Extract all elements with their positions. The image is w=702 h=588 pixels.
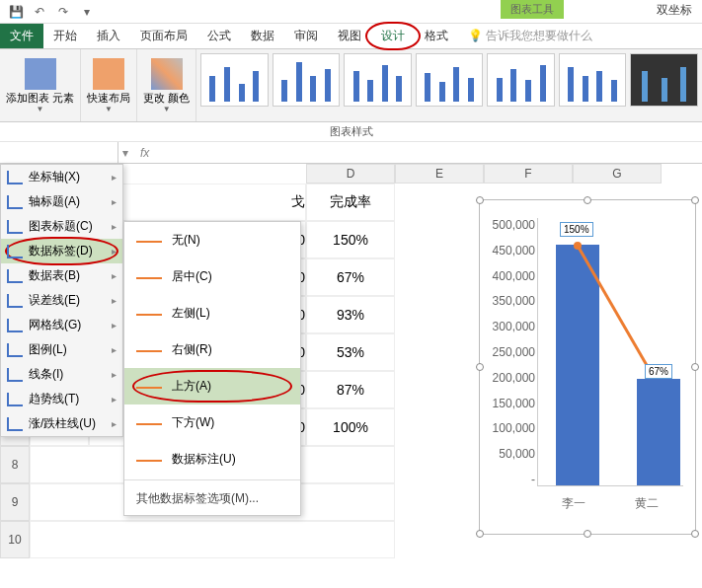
col-header[interactable]: G (573, 164, 662, 184)
add-chart-element-icon (25, 58, 56, 90)
updown-icon (7, 417, 23, 431)
tab-file[interactable]: 文件 (0, 24, 43, 48)
data-label[interactable]: 150% (560, 222, 593, 237)
submenu-more-options[interactable]: 其他数据标签选项(M)... (124, 482, 300, 515)
resize-handle[interactable] (476, 530, 484, 538)
row-header[interactable]: 8 (0, 446, 30, 483)
change-color-label: 更改 颜色 (143, 92, 190, 105)
undo-icon[interactable]: ↶ (28, 2, 51, 22)
col-header[interactable]: F (484, 164, 573, 184)
qat-dropdown-icon[interactable]: ▾ (75, 2, 99, 22)
resize-handle[interactable] (691, 530, 699, 538)
tab-design[interactable]: 设计 (371, 24, 415, 48)
data-table-icon (7, 269, 23, 283)
axis-title-icon (7, 195, 23, 209)
chevron-down-icon: ▼ (37, 105, 44, 113)
tell-me-box[interactable]: 💡 告诉我您想要做什么 (468, 28, 592, 44)
submenu-callout[interactable]: 数据标注(U) (124, 441, 300, 478)
col-header[interactable]: D (306, 164, 395, 184)
resize-handle[interactable] (691, 196, 699, 204)
menu-label: 左侧(L) (172, 305, 210, 322)
submenu-below[interactable]: 下方(W) (124, 404, 300, 441)
redo-icon[interactable]: ↷ (51, 2, 75, 22)
add-chart-element-label: 添加图表 元素 (6, 92, 74, 105)
submenu-left[interactable]: 左侧(L) (124, 295, 300, 331)
tab-insert[interactable]: 插入 (87, 24, 130, 48)
chart-title-icon (7, 220, 23, 234)
tab-format[interactable]: 格式 (415, 24, 458, 48)
cell[interactable]: 87% (306, 371, 395, 408)
resize-handle[interactable] (476, 363, 484, 371)
menu-data-table[interactable]: 数据表(B)▸ (1, 263, 122, 288)
chevron-right-icon: ▸ (112, 320, 117, 331)
menu-lines[interactable]: 线条(I)▸ (1, 362, 122, 387)
menu-axis-title[interactable]: 轴标题(A)▸ (1, 189, 122, 214)
menu-updown-bar[interactable]: 涨/跌柱线(U)▸ (1, 411, 122, 436)
resize-handle[interactable] (476, 196, 484, 204)
embedded-chart[interactable]: 500,000 450,000 400,000 350,000 300,000 … (479, 199, 696, 535)
menu-chart-title[interactable]: 图表标题(C)▸ (1, 214, 122, 239)
tab-home[interactable]: 开始 (43, 24, 87, 48)
menu-trendline[interactable]: 趋势线(T)▸ (1, 387, 122, 411)
above-icon (136, 379, 162, 395)
quick-layout-button[interactable]: 快速布局 ▼ (81, 49, 137, 121)
style-thumb[interactable] (273, 53, 341, 107)
chart-plot-area[interactable]: 500,000 450,000 400,000 350,000 300,000 … (488, 208, 687, 526)
svg-point-1 (574, 242, 582, 250)
add-chart-element-button[interactable]: 添加图表 元素 ▼ (0, 49, 81, 121)
error-bar-icon (7, 294, 23, 308)
fx-icon[interactable]: fx (132, 146, 157, 160)
style-thumb[interactable] (416, 53, 484, 107)
cell[interactable]: 完成率 (306, 184, 395, 221)
cell[interactable]: 67% (306, 258, 395, 296)
row-header[interactable]: 9 (0, 483, 30, 521)
col-header[interactable]: E (395, 164, 484, 184)
style-thumb[interactable] (487, 53, 555, 107)
tab-formula[interactable]: 公式 (197, 24, 241, 48)
tab-data[interactable]: 数据 (241, 24, 284, 48)
tab-review[interactable]: 审阅 (284, 24, 328, 48)
menu-data-label[interactable]: 数据标签(D)▸ (1, 239, 122, 263)
namebox-dropdown-icon[interactable]: ▾ (118, 146, 132, 160)
change-color-button[interactable]: 更改 颜色 ▼ (137, 49, 196, 121)
menu-label: 数据标签(D) (29, 243, 93, 259)
y-tick: - (488, 473, 535, 486)
cell[interactable] (30, 521, 395, 558)
chevron-down-icon: ▼ (163, 105, 171, 113)
menu-label: 无(N) (172, 232, 200, 249)
chart-style-gallery[interactable] (196, 49, 702, 121)
add-element-dropdown[interactable]: 坐标轴(X)▸ 轴标题(A)▸ 图表标题(C)▸ 数据标签(D)▸ 数据表(B)… (0, 164, 123, 437)
row-header[interactable]: 10 (0, 521, 30, 558)
chevron-down-icon: ▼ (105, 105, 113, 113)
line-series[interactable] (538, 218, 702, 366)
menu-gridline[interactable]: 网格线(G)▸ (1, 313, 122, 337)
cell[interactable]: 100% (306, 408, 395, 446)
save-icon[interactable]: 💾 (4, 2, 28, 22)
chevron-right-icon: ▸ (112, 246, 117, 257)
cell[interactable]: 53% (306, 333, 395, 371)
cell[interactable]: 93% (306, 296, 395, 333)
menu-error-bar[interactable]: 误差线(E)▸ (1, 288, 122, 313)
menu-axis[interactable]: 坐标轴(X)▸ (1, 165, 122, 189)
tab-layout[interactable]: 页面布局 (130, 24, 197, 48)
right-icon (136, 342, 162, 358)
cell[interactable]: 150% (306, 221, 395, 258)
style-thumb[interactable] (559, 53, 627, 107)
submenu-right[interactable]: 右侧(R) (124, 331, 300, 368)
chevron-right-icon: ▸ (112, 344, 117, 355)
submenu-above[interactable]: 上方(A) (124, 368, 300, 404)
submenu-center[interactable]: 居中(C) (124, 258, 300, 295)
style-thumb[interactable] (630, 53, 698, 107)
data-label[interactable]: 67% (645, 364, 672, 379)
resize-handle[interactable] (584, 530, 591, 538)
name-box[interactable] (0, 142, 118, 163)
menu-legend[interactable]: 图例(L)▸ (1, 337, 122, 362)
menu-label: 网格线(G) (29, 317, 81, 333)
bar[interactable] (637, 379, 680, 485)
data-label-submenu[interactable]: 无(N) 居中(C) 左侧(L) 右侧(R) 上方(A) 下方(W) 数据标注(… (123, 221, 301, 516)
menu-label: 趋势线(T) (29, 391, 79, 407)
style-thumb[interactable] (344, 53, 412, 107)
resize-handle[interactable] (584, 196, 591, 204)
style-thumb[interactable] (200, 53, 269, 107)
submenu-none[interactable]: 无(N) (124, 222, 300, 258)
